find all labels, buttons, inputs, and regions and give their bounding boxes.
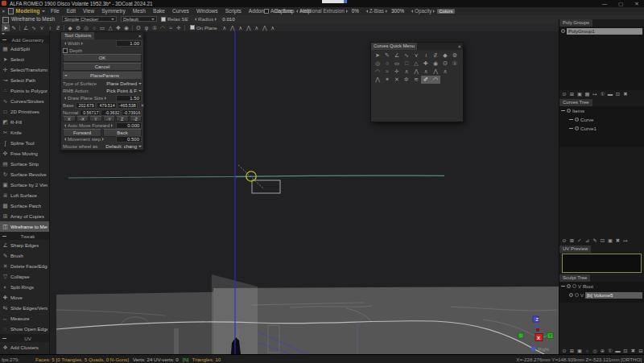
normal-x-field[interactable]: 0.56717 xyxy=(80,109,100,116)
tool-surface-strip[interactable]: ▤Surface Strip xyxy=(0,159,49,169)
close-icon[interactable]: ✕ xyxy=(138,34,143,39)
close-icon[interactable]: ✕ xyxy=(457,44,463,49)
axis-button-y[interactable]: Y xyxy=(89,116,102,122)
profile-peak-5-icon[interactable]: ∧ xyxy=(253,24,261,31)
gizmo-minor-handle[interactable] xyxy=(536,328,539,332)
tool-delete-face-edge[interactable]: ✕Delete Face/Edge xyxy=(0,261,49,271)
qm-ring-icon[interactable]: ◎ xyxy=(373,60,382,68)
wave-shape-icon[interactable]: ≈ xyxy=(167,24,175,31)
profile-peak-1-icon[interactable]: ∧ xyxy=(221,24,229,31)
poly-group-polygroup1[interactable]: PolyGroup1 xyxy=(559,27,644,35)
base-z-field[interactable]: -465.538 xyxy=(118,102,138,109)
info-icon[interactable]: ① xyxy=(607,348,613,354)
new-layer-icon[interactable]: ⊡ xyxy=(622,348,629,354)
width-spinner[interactable]: Width 1.00 xyxy=(61,39,143,47)
export-icon[interactable]: ↦ xyxy=(622,237,629,244)
section-header-uv[interactable]: UV xyxy=(0,334,49,342)
rename-icon[interactable]: ▬ xyxy=(607,91,613,97)
tool-collapse[interactable]: ▽Collapse xyxy=(0,271,49,282)
voxel-mode-indicator[interactable]: V xyxy=(578,284,581,289)
param-additional-extrusion[interactable]: Additional Extrusion0% xyxy=(295,8,359,14)
delete-icon[interactable]: ✖ xyxy=(630,348,637,354)
tool-array-of-copies[interactable]: ⊞Array of Copies xyxy=(0,211,49,221)
qm-edit-curve-icon[interactable]: ✐ xyxy=(421,76,431,84)
tool-wireframe-to-mesh[interactable]: ◫Wireframe to Mesh xyxy=(0,221,49,232)
on-plane-checkbox[interactable]: On Plane xyxy=(190,25,217,31)
tool-surface-by-2-views[interactable]: ▣Surface by 2 Views xyxy=(0,179,49,190)
tab-curves-tree[interactable]: Curves Tree xyxy=(559,99,592,106)
tool-select[interactable]: ➤Select xyxy=(0,54,49,64)
preset-dropdown[interactable]: Default xyxy=(121,16,157,22)
new-layer-icon[interactable]: ⊡ xyxy=(600,237,606,244)
qm-profile-4-icon[interactable]: ⋀ xyxy=(431,68,440,76)
menu-edit[interactable]: Edit xyxy=(67,8,76,14)
checker-dropdown[interactable]: Simple Checker xyxy=(62,16,117,22)
qm-profile-3-icon[interactable]: ∧ xyxy=(421,68,431,76)
menu-bake[interactable]: Bake xyxy=(153,8,165,14)
radius-value[interactable]: 0.010 xyxy=(222,16,234,22)
curves-tree-node-items[interactable]: Items xyxy=(559,106,644,115)
qm-cross-icon[interactable]: ✚ xyxy=(421,60,431,68)
add-icon[interactable]: ⊞ xyxy=(569,91,576,97)
qm-polygon-icon[interactable]: △ xyxy=(411,60,421,68)
search-icon[interactable]: ⊙ xyxy=(561,237,568,244)
qm-profile-2-icon[interactable]: ⋀ xyxy=(411,68,421,76)
search-icon[interactable]: ⊙ xyxy=(561,348,568,354)
decrement-icon[interactable] xyxy=(63,42,66,45)
checkbox-checked-icon[interactable] xyxy=(161,17,166,22)
ghost-icon[interactable]: ◎ xyxy=(592,348,598,354)
add-curve-pen-icon[interactable]: ✎ xyxy=(10,24,18,31)
rename-icon[interactable]: ▬ xyxy=(615,348,621,354)
qm-gear-icon[interactable]: ⚙ xyxy=(450,52,460,60)
ghost-icon[interactable] xyxy=(572,284,576,288)
axis-button-x[interactable]: X xyxy=(63,116,76,122)
tool-move[interactable]: ✚Move xyxy=(0,292,49,303)
branch-curve-icon[interactable]: ⋎ xyxy=(38,24,46,31)
param-z-bias[interactable]: Z-Bias300% xyxy=(365,8,404,14)
forward-button[interactable]: Forward xyxy=(63,129,101,137)
axis-button-z[interactable]: Z xyxy=(116,116,129,122)
tool-knife[interactable]: ✂Knife xyxy=(0,127,49,138)
ring-shape-icon[interactable]: ◎ xyxy=(82,24,90,31)
info-shape-icon[interactable]: ① xyxy=(151,24,159,31)
movement-step-value[interactable]: 0.500 xyxy=(116,136,142,142)
checkbox-checked-icon[interactable] xyxy=(190,25,195,30)
qm-wave-curve-icon[interactable]: ≀ xyxy=(421,52,431,60)
cancel-button[interactable]: Cancel xyxy=(63,63,142,71)
delete-icon[interactable]: ✖ xyxy=(622,91,629,97)
section-header-tweak[interactable]: Tweak xyxy=(0,232,49,240)
minimize-button[interactable]: — xyxy=(599,0,610,7)
visibility-icon[interactable] xyxy=(567,284,571,288)
rmb-action-dropdown[interactable]: Pick Point & F xyxy=(106,88,142,93)
qm-smooth-curve-icon[interactable]: ∿ xyxy=(402,52,411,60)
wave-curve-icon[interactable]: ≀ xyxy=(46,24,54,31)
base-x-field[interactable]: 202.679 xyxy=(76,102,96,109)
smooth-curve-icon[interactable]: ∿ xyxy=(30,24,38,31)
collapse-icon[interactable] xyxy=(561,286,565,287)
axis-button-minus-z[interactable]: -Z xyxy=(130,116,142,122)
move-out-icon[interactable]: ↦ xyxy=(592,91,598,97)
gear-shape-icon[interactable]: ⚙ xyxy=(74,24,82,31)
increment-icon[interactable] xyxy=(81,42,85,45)
profile-peak-3-icon[interactable]: ∧ xyxy=(237,24,245,31)
clear-base-icon[interactable]: ✕ xyxy=(141,103,145,108)
increment-icon[interactable] xyxy=(215,18,218,21)
qm-star-icon[interactable]: ✶ xyxy=(382,76,392,84)
qm-step-curve-icon[interactable]: Ƶ xyxy=(431,52,440,60)
delete-icon[interactable]: ✖ xyxy=(615,237,621,244)
menu-windows[interactable]: Windows xyxy=(196,8,218,14)
droplet-shape-icon[interactable]: ʘ xyxy=(134,24,142,31)
plane-params-header[interactable]: PlaneParams xyxy=(63,72,142,79)
edit-icon[interactable]: ✎ xyxy=(592,237,598,244)
menu-mesh[interactable]: Mesh xyxy=(133,8,146,14)
tool-select-path[interactable]: ↝Select Path xyxy=(0,75,49,85)
movement-step-spinner[interactable]: Movement step 0.500 xyxy=(61,135,143,142)
decrement-icon[interactable] xyxy=(63,97,66,100)
decrement-icon[interactable] xyxy=(63,138,66,141)
qm-profile-5-icon[interactable]: ∧ xyxy=(440,68,450,76)
qm-curve-pen-icon[interactable]: ✎ xyxy=(382,52,392,60)
qm-double-wave-icon[interactable]: ≋ xyxy=(411,76,421,84)
radius-spinner[interactable]: Radius 0.010 xyxy=(193,15,235,23)
profile-peak-4-icon[interactable]: ⋀ xyxy=(245,24,253,31)
qm-profile-1-icon[interactable]: ∧ xyxy=(402,68,411,76)
